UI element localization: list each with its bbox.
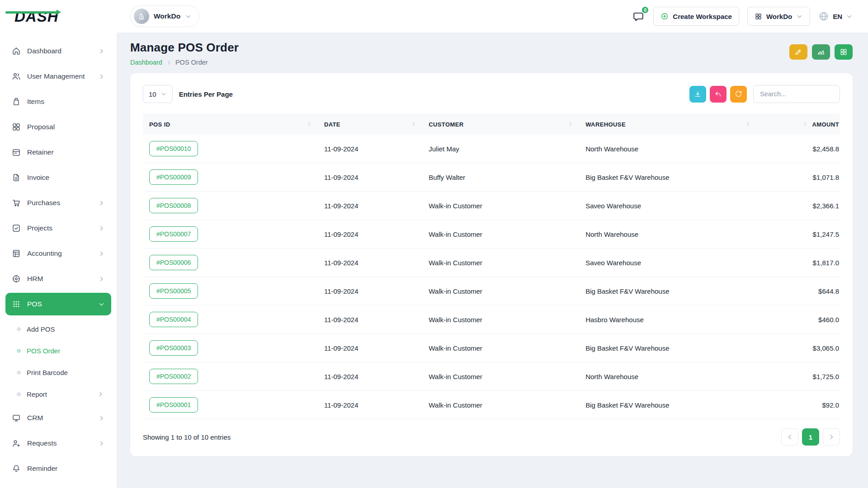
pagination-page-1-button[interactable]: 1 — [802, 428, 819, 446]
customer-cell: Walk-in Customer — [429, 391, 585, 419]
building-icon — [134, 9, 149, 24]
pos-id-link[interactable]: #POS00009 — [149, 169, 198, 185]
workspace-selector-label: WorkDo — [154, 12, 180, 20]
pencil-action-button[interactable] — [789, 44, 807, 60]
date-cell: 11-09-2024 — [324, 277, 429, 305]
header-warehouse[interactable]: WAREHOUSE — [585, 114, 763, 135]
sort-icon — [567, 121, 574, 127]
pos-id-link[interactable]: #POS00006 — [149, 255, 198, 270]
pos-id-link[interactable]: #POS00002 — [149, 369, 198, 384]
customer-cell: Buffy Walter — [429, 163, 585, 192]
sidebar-item-reminder[interactable]: Reminder — [5, 457, 111, 480]
date-cell: 11-09-2024 — [324, 305, 429, 334]
customer-cell: Walk-in Customer — [429, 249, 585, 277]
warehouse-cell: Big Basket F&V Warehouse — [585, 163, 763, 192]
requests-icon — [12, 439, 21, 448]
refresh-button[interactable] — [730, 86, 747, 103]
sidebar-item-requests[interactable]: Requests — [5, 432, 111, 455]
sidebar-item-purchases[interactable]: Purchases — [5, 192, 111, 214]
date-cell: 11-09-2024 — [324, 135, 429, 163]
hrm-icon — [12, 274, 21, 283]
pos-id-link[interactable]: #POS00005 — [149, 283, 198, 299]
header-pos-id[interactable]: POS ID — [143, 114, 324, 135]
chevron-right-icon — [98, 440, 105, 447]
date-cell: 11-09-2024 — [324, 391, 429, 419]
chevron-down-icon — [160, 91, 167, 97]
logo-swoosh — [5, 11, 57, 14]
undo-button[interactable] — [710, 86, 726, 103]
header-date[interactable]: DATE — [324, 114, 429, 135]
sort-icon — [410, 121, 417, 127]
chevron-down-icon — [185, 13, 192, 20]
chevron-right-icon — [166, 60, 172, 66]
undo-icon — [714, 90, 722, 98]
grid-small-icon — [840, 48, 848, 56]
grid-action-button[interactable] — [835, 44, 853, 60]
sidebar-item-add-pos[interactable]: Add POS — [5, 318, 111, 340]
header-amount[interactable]: AMOUNT — [763, 114, 840, 135]
main-area: WorkDo 0 Create Workspace WorkDo — [117, 0, 868, 488]
sidebar-item-hrm[interactable]: HRM — [5, 267, 111, 290]
amount-cell: $92.0 — [763, 391, 840, 419]
pos-id-link[interactable]: #POS00008 — [149, 198, 198, 213]
table-row: #POS0000511-09-2024Walk-in CustomerBig B… — [143, 277, 840, 305]
date-cell: 11-09-2024 — [324, 192, 429, 220]
sidebar-item-accounting[interactable]: Accounting — [5, 242, 111, 265]
sidebar-item-user-management[interactable]: User Management — [5, 65, 111, 88]
warehouse-cell: North Warehouse — [585, 220, 763, 249]
sidebar-item-crm[interactable]: CRM — [5, 407, 111, 429]
table-row: #POS0000811-09-2024Walk-in CustomerSaveo… — [143, 192, 840, 220]
download-icon — [694, 90, 702, 98]
sidebar-item-print-barcode[interactable]: Print Barcode — [5, 361, 111, 383]
users-icon — [12, 72, 21, 81]
workspace-menu-label: WorkDo — [766, 13, 792, 20]
search-input[interactable] — [753, 85, 840, 103]
messages-badge: 0 — [641, 6, 649, 14]
breadcrumb-dashboard-link[interactable]: Dashboard — [130, 59, 162, 66]
items-icon — [12, 97, 21, 106]
invoice-icon — [12, 173, 21, 182]
sidebar-item-pos[interactable]: POS — [5, 293, 111, 315]
app-root: DASH DashboardUser ManagementItemsPropos… — [0, 0, 868, 488]
sort-icon — [802, 121, 808, 127]
entries-per-page-label: Entries Per Page — [179, 90, 233, 98]
pagination-next-button[interactable] — [823, 428, 840, 446]
pos-id-link[interactable]: #POS00003 — [149, 340, 198, 356]
messages-button[interactable]: 0 — [632, 9, 645, 23]
grid-small-icon — [755, 13, 762, 20]
sidebar-item-projects[interactable]: Projects — [5, 217, 111, 239]
warehouse-cell: Hasbro Warehouse — [585, 305, 763, 334]
chart-action-button[interactable] — [812, 44, 830, 60]
plus-circle-icon — [660, 12, 669, 20]
pos-id-link[interactable]: #POS00010 — [149, 141, 198, 156]
table-body: #POS0001011-09-2024Juliet MayNorth Wareh… — [143, 135, 840, 419]
amount-cell: $460.0 — [763, 305, 840, 334]
customer-cell: Walk-in Customer — [429, 362, 585, 391]
workspace-menu-button[interactable]: WorkDo — [747, 7, 810, 26]
sidebar-item-invoice[interactable]: Invoice — [5, 166, 111, 189]
pos-id-link[interactable]: #POS00007 — [149, 226, 198, 242]
pos-id-link[interactable]: #POS00001 — [149, 397, 198, 413]
sidebar-item-retainer[interactable]: Retainer — [5, 141, 111, 164]
sidebar-item-proposal[interactable]: Proposal — [5, 116, 111, 138]
pos-id-link[interactable]: #POS00004 — [149, 312, 198, 327]
sidebar-item-dashboard[interactable]: Dashboard — [5, 40, 111, 62]
sidebar-item-items[interactable]: Items — [5, 90, 111, 113]
language-selector[interactable]: EN — [818, 11, 853, 22]
pagination-prev-button[interactable] — [781, 428, 798, 446]
warehouse-cell: North Warehouse — [585, 135, 763, 163]
customer-cell: Walk-in Customer — [429, 277, 585, 305]
sort-icon — [745, 121, 751, 127]
sidebar-item-pos-order[interactable]: POS Order — [5, 340, 111, 361]
workspace-selector[interactable]: WorkDo — [130, 5, 199, 27]
page-content: Manage POS Order Dashboard POS Order 10 — [117, 33, 868, 488]
header-customer[interactable]: CUSTOMER — [429, 114, 585, 135]
table-row: #POS0000211-09-2024Walk-in CustomerNorth… — [143, 362, 840, 391]
entries-per-page-select[interactable]: 10 — [143, 85, 173, 103]
app-logo[interactable]: DASH — [0, 0, 117, 33]
download-button[interactable] — [689, 86, 706, 103]
create-workspace-button[interactable]: Create Workspace — [653, 7, 739, 26]
chevron-right-icon — [98, 415, 105, 422]
table-row: #POS0000711-09-2024Walk-in CustomerNorth… — [143, 220, 840, 249]
sidebar-item-report[interactable]: Report — [5, 383, 111, 405]
